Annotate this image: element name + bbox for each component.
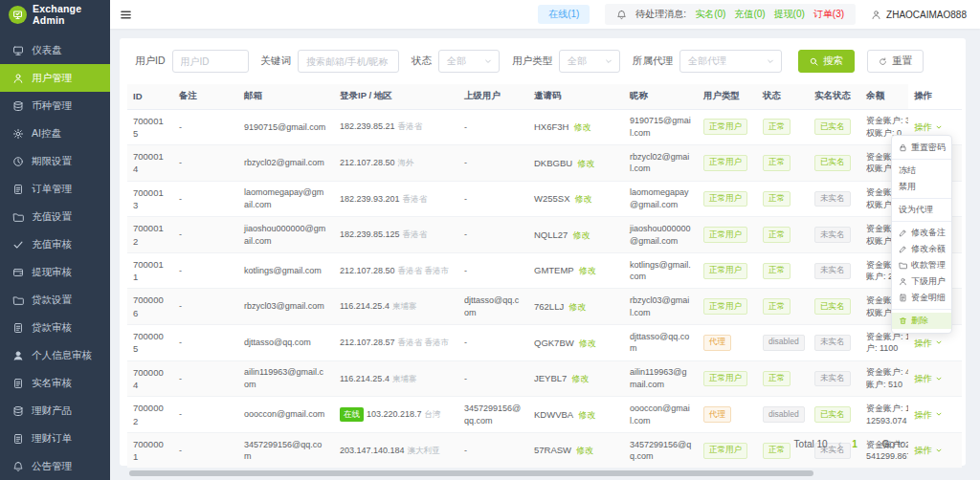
realname-badge: 已实名 — [814, 298, 851, 315]
modify-invite-link[interactable]: 修改 — [577, 159, 594, 168]
online-count-badge[interactable]: 在线(1) — [538, 5, 590, 24]
sidebar-item-贷款审核[interactable]: 贷款审核 — [0, 314, 110, 341]
modify-invite-link[interactable]: 修改 — [579, 338, 596, 348]
status-badge: 正常 — [763, 119, 791, 135]
content-area: 用户ID 关键词 状态 全部 用户类型 全部 所属代理 全部代理 — [110, 29, 980, 480]
pending-counter[interactable]: 充值(0) — [734, 8, 765, 21]
sidebar-item-充值设置[interactable]: 充值设置 — [0, 203, 110, 230]
cell-balance: 资金账户: 1112593.074 — [860, 397, 908, 433]
user-menu[interactable]: ZHAOCAIMAO888 — [871, 10, 967, 20]
realname-badge: 未实名 — [814, 263, 851, 279]
sidebar-item-贷款设置[interactable]: 贷款设置 — [0, 286, 110, 314]
search-button[interactable]: 搜索 — [798, 50, 855, 73]
row-action-button[interactable]: 操作 — [914, 120, 943, 133]
sidebar-item-订单管理[interactable]: 订单管理 — [0, 175, 110, 203]
sidebar-item-用户管理[interactable]: 用户管理 — [0, 64, 110, 92]
cell-invite-code: 762LLJ修改 — [528, 289, 624, 325]
row-action-dropdown: 重置密码冻结禁用设为代理修改备注修改余额收款管理下级用户资金明细删除 — [891, 135, 952, 334]
cell-email: ailin119963@gmail.com — [238, 360, 334, 397]
dropdown-item-修改余额[interactable]: 修改余额 — [892, 241, 951, 257]
modify-invite-link[interactable]: 修改 — [568, 302, 586, 312]
sidebar-item-理财产品[interactable]: 理财产品 — [0, 397, 110, 425]
user-id-input[interactable] — [172, 50, 249, 73]
sidebar-item-仪表盘[interactable]: 仪表盘 — [0, 36, 110, 64]
row-action-button[interactable]: 操作 — [914, 337, 943, 349]
next-page-button[interactable]: › — [868, 438, 872, 449]
cell-parent-user: - — [458, 181, 528, 217]
table-row: 7000002-oooccon@gmail.com在线103.220.218.7… — [127, 397, 962, 433]
status-badge: disabled — [763, 406, 805, 423]
sidebar: Exchange Admin 仪表盘用户管理币种管理AI控盘期限设置订单管理充值… — [0, 0, 110, 480]
edit-icon — [899, 229, 907, 237]
coins-icon — [12, 405, 24, 417]
cell-ip-region: 203.147.140.184澳大利亚 — [334, 432, 458, 469]
modify-invite-link[interactable]: 修改 — [575, 194, 592, 204]
cell-realname-status: 未实名 — [809, 252, 860, 289]
table-row: 7000004-ailin119963@gmail.com116.214.25.… — [127, 360, 962, 397]
cell-user-type: 正常用户 — [698, 252, 757, 289]
pending-items: 实名(0)充值(0)提现(0)订单(3) — [695, 8, 844, 21]
keyword-input[interactable] — [298, 50, 399, 73]
dropdown-item-删除[interactable]: 删除 — [892, 313, 951, 329]
dropdown-item-下级用户[interactable]: 下级用户 — [892, 273, 951, 290]
dropdown-item-资金明细[interactable]: 资金明细 — [892, 290, 951, 306]
cell-nickname: jiaoshou000000@gmail.com — [624, 217, 698, 253]
sidebar-item-提现审核[interactable]: 提现审核 — [0, 258, 110, 286]
dropdown-item-收款管理[interactable]: 收款管理 — [892, 257, 951, 273]
sidebar-item-label: 币种管理 — [32, 99, 72, 113]
cell-status: 正常 — [757, 181, 809, 217]
sidebar-item-理财订单[interactable]: 理财订单 — [0, 425, 110, 452]
scrollbar-thumb[interactable] — [129, 470, 813, 476]
user-type-select[interactable]: 全部 — [559, 50, 620, 73]
modify-invite-link[interactable]: 修改 — [576, 446, 593, 455]
app-logo: Exchange Admin — [0, 0, 110, 29]
dropdown-item-设为代理[interactable]: 设为代理 — [892, 202, 951, 218]
page-number[interactable]: 1 — [852, 439, 858, 449]
pending-counter[interactable]: 实名(0) — [695, 8, 725, 21]
dropdown-item-冻结[interactable]: 冻结 — [892, 163, 951, 179]
sidebar-item-期限设置[interactable]: 期限设置 — [0, 147, 110, 175]
pending-counter[interactable]: 提现(0) — [774, 8, 805, 21]
table-row: 7000013-laomomegapay@gmail.com182.239.93… — [127, 181, 962, 217]
sidebar-item-AI控盘[interactable]: AI控盘 — [0, 120, 110, 147]
table-row: 7000006-rbzycl03@gmail.com116.214.25.4柬埔… — [127, 289, 962, 325]
sidebar-item-公告管理[interactable]: 公告管理 — [0, 452, 110, 480]
status-select[interactable]: 全部 — [438, 50, 500, 73]
sidebar-item-币种管理[interactable]: 币种管理 — [0, 92, 110, 120]
agent-select[interactable]: 全部代理 — [679, 50, 782, 73]
cell-status: disabled — [757, 397, 809, 433]
cell-ip-region: 182.239.85.125香港省 — [334, 217, 458, 253]
row-action-button[interactable]: 操作 — [914, 444, 943, 456]
cell-user-type: 代理 — [698, 397, 757, 433]
modify-invite-link[interactable]: 修改 — [578, 410, 595, 420]
cell-note: - — [173, 360, 238, 397]
keyword-label: 关键词 — [261, 55, 292, 68]
cell-parent-user: - — [458, 217, 528, 253]
dropdown-item-重置密码[interactable]: 重置密码 — [892, 140, 951, 156]
sidebar-item-个人信息审核[interactable]: 个人信息审核 — [0, 341, 110, 369]
modify-invite-link[interactable]: 修改 — [572, 230, 590, 240]
prev-page-button[interactable]: ‹ — [838, 438, 842, 449]
cell-note: - — [173, 289, 238, 325]
reset-button[interactable]: 重置 — [867, 50, 924, 73]
modify-invite-link[interactable]: 修改 — [579, 266, 596, 275]
modify-invite-link[interactable]: 修改 — [573, 122, 590, 132]
cell-note: - — [173, 217, 238, 253]
row-action-button[interactable]: 操作 — [914, 408, 943, 421]
username: ZHAOCAIMAO888 — [886, 10, 967, 20]
document-icon — [12, 378, 24, 389]
sidebar-item-充值审核[interactable]: 充值审核 — [0, 230, 110, 258]
pending-counter[interactable]: 订单(3) — [813, 8, 844, 21]
modify-invite-link[interactable]: 修改 — [571, 374, 589, 383]
cell-invite-code: NQLL27修改 — [528, 217, 624, 253]
dropdown-item-禁用[interactable]: 禁用 — [892, 179, 951, 195]
cell-user-type: 正常用户 — [698, 289, 757, 325]
dropdown-divider — [892, 309, 951, 310]
sidebar-item-实名审核[interactable]: 实名审核 — [0, 369, 110, 397]
hamburger-icon[interactable] — [120, 9, 132, 21]
row-action-button[interactable]: 操作 — [914, 372, 943, 384]
table-row: 7000015-9190715@gmail.com182.239.85.21香港… — [127, 109, 962, 145]
cell-realname-status: 未实名 — [809, 325, 860, 361]
dropdown-item-修改备注[interactable]: 修改备注 — [892, 225, 951, 241]
user-type-badge: 正常用户 — [703, 119, 747, 135]
